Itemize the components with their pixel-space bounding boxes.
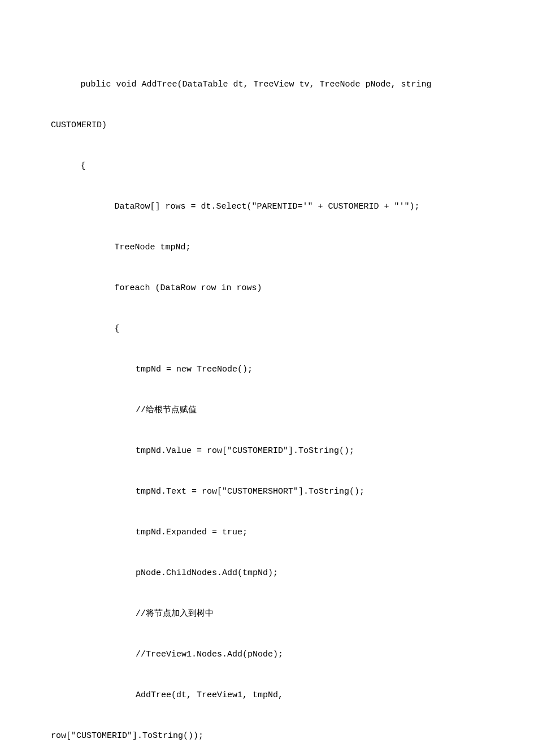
code-line: row["CUSTOMERID"].ToString());: [51, 729, 486, 743]
code-line: tmpNd.Text = row["CUSTOMERSHORT"].ToStri…: [51, 485, 486, 499]
code-line: foreach (DataRow row in rows): [51, 282, 486, 295]
code-line: tmpNd = new TreeNode();: [51, 363, 486, 377]
code-line: pNode.ChildNodes.Add(tmpNd);: [51, 567, 486, 580]
code-line: {: [51, 322, 486, 336]
code-line: //给根节点赋值: [51, 404, 486, 417]
document-page: public void AddTree(DataTable dt, TreeVi…: [0, 0, 534, 756]
code-line: //将节点加入到树中: [51, 607, 486, 621]
code-line: public void AddTree(DataTable dt, TreeVi…: [51, 78, 486, 92]
code-line: tmpNd.Value = row["CUSTOMERID"].ToString…: [51, 444, 486, 458]
code-line: DataRow[] rows = dt.Select("PARENTID='" …: [51, 200, 486, 214]
code-line: //TreeView1.Nodes.Add(pNode);: [51, 648, 486, 662]
code-line: CUSTOMERID): [51, 119, 486, 132]
code-line: tmpNd.Expanded = true;: [51, 526, 486, 539]
code-line: TreeNode tmpNd;: [51, 241, 486, 254]
code-line: AddTree(dt, TreeView1, tmpNd,: [51, 689, 486, 702]
code-block: public void AddTree(DataTable dt, TreeVi…: [51, 51, 486, 756]
code-line: {: [51, 159, 486, 173]
